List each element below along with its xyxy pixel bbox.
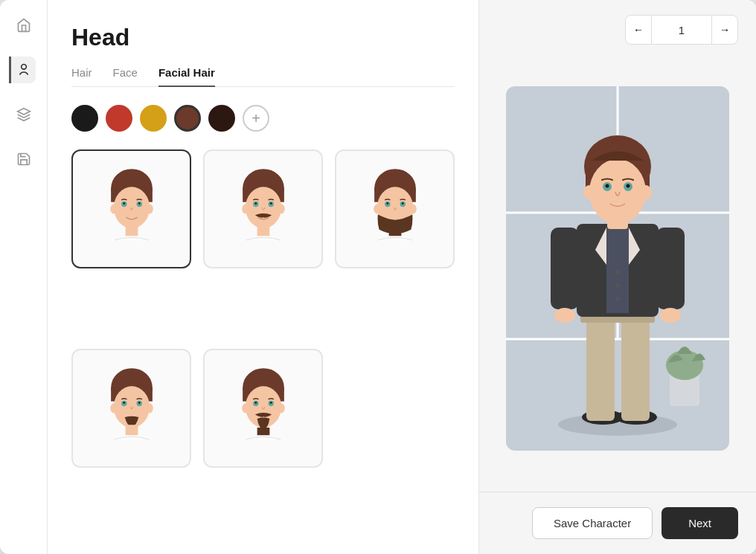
- sidebar-item-home[interactable]: [10, 12, 37, 39]
- sidebar-item-layers[interactable]: [10, 101, 37, 128]
- svg-point-17: [254, 202, 257, 204]
- svg-point-81: [606, 184, 609, 187]
- svg-rect-41: [125, 425, 138, 435]
- face-option-5[interactable]: [203, 349, 323, 468]
- svg-point-37: [123, 402, 125, 404]
- add-color-button[interactable]: +: [243, 105, 269, 132]
- left-panel: Head Hair Face Facial Hair +: [48, 0, 479, 554]
- color-swatch-gold[interactable]: [140, 105, 167, 132]
- right-panel: ← 1 →: [479, 0, 756, 554]
- face-option-4[interactable]: [71, 349, 191, 468]
- color-swatch-red[interactable]: [106, 105, 132, 132]
- panel-title: Head: [71, 24, 455, 51]
- face-option-1[interactable]: [71, 149, 191, 268]
- svg-point-68: [615, 297, 620, 301]
- svg-point-40: [146, 404, 153, 413]
- svg-point-0: [21, 65, 26, 70]
- color-swatch-black[interactable]: [71, 105, 98, 132]
- svg-rect-31: [388, 228, 401, 236]
- svg-point-28: [401, 202, 403, 204]
- svg-rect-62: [621, 317, 650, 421]
- face-illustration-5: [222, 360, 304, 457]
- page-number: 1: [652, 15, 711, 45]
- svg-marker-1: [17, 109, 30, 115]
- sidebar-item-save[interactable]: [10, 146, 37, 173]
- face-illustration-1: [91, 161, 173, 257]
- svg-rect-51: [257, 428, 269, 435]
- svg-point-4: [113, 187, 149, 228]
- face-option-3[interactable]: [335, 149, 455, 268]
- svg-rect-70: [656, 228, 685, 309]
- svg-point-27: [386, 202, 388, 204]
- svg-rect-21: [257, 225, 269, 236]
- svg-point-82: [627, 184, 630, 187]
- page-navigator: ← 1 →: [625, 15, 738, 45]
- tab-bar: Hair Face Facial Hair: [71, 66, 455, 87]
- color-palette: +: [71, 105, 455, 132]
- face-illustration-2: [222, 161, 304, 257]
- svg-point-71: [554, 308, 575, 323]
- svg-point-10: [146, 204, 153, 214]
- svg-point-8: [138, 202, 140, 204]
- app-window: Head Hair Face Facial Hair +: [0, 0, 756, 554]
- svg-point-66: [615, 270, 620, 274]
- face-illustration-3: [354, 161, 436, 257]
- sidebar: [0, 0, 48, 554]
- svg-point-72: [660, 308, 681, 323]
- svg-point-49: [242, 404, 249, 413]
- svg-point-39: [110, 404, 117, 413]
- svg-point-78: [640, 185, 652, 200]
- svg-rect-61: [586, 317, 615, 421]
- face-option-2[interactable]: [203, 149, 323, 268]
- character-preview-area: [479, 45, 756, 492]
- save-character-button[interactable]: Save Character: [532, 507, 653, 539]
- svg-point-30: [409, 204, 416, 214]
- svg-point-50: [278, 404, 284, 413]
- next-page-button[interactable]: →: [711, 15, 738, 45]
- face-options-grid: [71, 149, 455, 536]
- svg-point-19: [242, 204, 249, 214]
- tab-hair[interactable]: Hair: [71, 66, 92, 86]
- svg-point-14: [245, 187, 281, 228]
- color-swatch-darkbrown[interactable]: [208, 105, 235, 132]
- sidebar-item-character[interactable]: [9, 57, 36, 83]
- prev-page-button[interactable]: ←: [625, 15, 652, 45]
- color-swatch-brown[interactable]: [174, 105, 201, 132]
- face-illustration-4: [91, 360, 173, 457]
- preview-header: ← 1 →: [479, 0, 756, 45]
- character-illustration: [506, 86, 729, 451]
- svg-point-76: [589, 159, 646, 225]
- svg-point-48: [269, 402, 272, 404]
- svg-point-20: [278, 204, 284, 214]
- tab-face[interactable]: Face: [113, 66, 138, 86]
- tab-facial-hair[interactable]: Facial Hair: [158, 66, 215, 86]
- svg-point-67: [615, 283, 620, 288]
- svg-point-77: [583, 185, 595, 200]
- svg-rect-11: [125, 225, 138, 236]
- svg-point-7: [123, 202, 125, 204]
- svg-point-9: [110, 204, 117, 214]
- svg-rect-69: [551, 228, 579, 309]
- svg-point-29: [374, 204, 380, 214]
- action-bar: Save Character Next: [479, 492, 756, 554]
- next-button[interactable]: Next: [662, 507, 738, 539]
- svg-point-38: [138, 402, 140, 404]
- svg-point-18: [269, 202, 272, 204]
- svg-point-47: [254, 402, 257, 404]
